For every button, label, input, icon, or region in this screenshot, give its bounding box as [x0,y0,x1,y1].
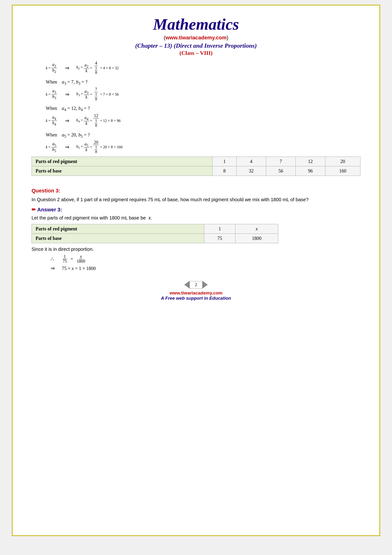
table1-d4: 96 [295,166,325,175]
eq-equals-2: = [90,92,92,97]
since-text: Since it is in direct proportion. [32,247,360,252]
equals-sign: = [71,256,73,262]
page-title: Mathematics [32,15,360,34]
b3-eq: b3 = [76,92,83,97]
table2-h2: x [235,224,278,234]
page-nav: 2 [184,281,208,289]
k-eq-label-2: k = [46,92,50,97]
eq-equals-3: = [90,119,92,123]
answer-3-intro: Let the parts of red pigment mix with 18… [32,215,360,221]
table2-h1: 1 [204,224,235,234]
proof-line-2: ⇒ 75 × x = 1 × 1800 [50,265,360,271]
table1-d2: 32 [236,166,266,175]
eq-equals-4: = [90,145,92,149]
b2-eq: b2 = [76,65,83,71]
footer-tagline: A Free web support in Education [32,296,360,301]
implies-arrow-2: ⇒ [65,91,69,97]
table1-h5: 20 [325,157,360,166]
next-page-arrow[interactable] [203,281,208,289]
eq-equals-1: = [90,66,92,70]
frac-12-1-8: 12 1 8 [93,114,99,128]
k-eq-label-3: k = [46,119,50,123]
header: Mathematics (www.tiwariacademy.com) (Cha… [32,15,360,56]
eq-result-3: = 12 × 8 = 96 [100,119,121,123]
frac-a5-b5: a5 b5 [51,142,57,153]
therefore-symbol: ∴ [50,256,54,262]
eq-block-1: k = a2 b2 ⇒ b2 = a2 k = 4 1 8 [46,61,360,75]
prev-page-arrow[interactable] [184,281,189,289]
question-3-text: In Question 2 above, if 1 part of a red … [32,196,360,203]
k-eq-label-4: k = [46,145,50,149]
table1-d1: 8 [213,166,236,175]
class-title: (Class – VIII) [32,50,360,56]
eq-block-3: k = a4 b4 ⇒ b4 = a4 k = 12 1 8 [46,114,360,128]
table1-row-label: Parts of base [32,166,213,175]
table2-d1: 75 [204,234,235,243]
page: Mathematics (www.tiwariacademy.com) (Cha… [12,5,380,536]
table1-h4: 12 [295,157,325,166]
question-3-section: Question 3: In Question 2 above, if 1 pa… [32,188,360,272]
implies-arrow-4: ⇒ [65,144,69,150]
proof-line-1: ∴ 1 75 = x 1800 [50,254,360,264]
when-line-3: When a5 = 20, b5 = ? [46,132,360,139]
implies-arrow-3: ⇒ [65,118,69,124]
table-1: Parts of red pigment 1 4 7 12 20 Parts o… [32,157,360,176]
eq-row-3: k = a4 b4 ⇒ b4 = a4 k = 12 1 8 [46,114,360,128]
eq-result-4: = 20 × 8 = 160 [100,145,122,149]
b5-eq: b5 = [76,145,83,150]
pencil-icon: ✏ [32,207,36,213]
k-eq-label: k = [46,66,50,70]
b4-eq: b4 = [76,118,83,123]
frac-a3-k: a3 k [84,89,89,100]
table2-header-label: Parts of red pigment [32,224,204,234]
frac-x-1800: x 1800 [76,254,86,264]
chapter-title: (Chapter – 13) (Direct and Inverse Propo… [32,42,360,49]
frac-a2-b2: a2 b2 [51,62,57,73]
table2-d2: 1800 [235,234,278,243]
eq-row-4: k = a5 b5 ⇒ b5 = a5 k = 20 1 8 [46,140,360,154]
eq-row-2: k = a3 b3 ⇒ b3 = a3 k = 7 1 8 [46,87,360,101]
proof-block: ∴ 1 75 = x 1800 ⇒ 75 × x = 1 × 1800 [50,254,360,272]
when-line-1: When a3 = 7, b3 = ? [46,79,360,86]
footer-website[interactable]: www.tiwariacademy.com [32,290,360,296]
website-url[interactable]: www.tiwariacademy.com [165,35,227,41]
answer-3-label: ✏ Answer 3: [32,207,360,213]
table1-h1: 1 [213,157,236,166]
frac-1-75: 1 75 [62,254,68,264]
frac-7-1-8: 7 1 8 [93,87,99,101]
frac-4-1-8: 4 1 8 [93,61,99,75]
frac-a5-k: a5 k [84,142,89,152]
page-number: 2 [189,281,203,289]
when-line-2: When a4 = 12, b4 = ? [46,106,360,112]
eq-result-1: = 4 × 8 = 32 [100,66,119,70]
frac-a2-k: a2 k [84,63,89,73]
question-3-label: Question 3: [32,188,360,194]
eq-row-1: k = a2 b2 ⇒ b2 = a2 k = 4 1 8 [46,61,360,75]
table2-row-label: Parts of base [32,234,204,243]
eq-block-2: k = a3 b3 ⇒ b3 = a3 k = 7 1 8 [46,87,360,101]
implies-arrow-1: ⇒ [65,65,69,71]
website-line: (www.tiwariacademy.com) [32,35,360,41]
table-2: Parts of red pigment 1 x Parts of base 7… [32,224,278,243]
page-number-box: 2 [32,281,360,289]
eq-result-2: = 7 × 8 = 56 [100,92,119,97]
table1-d5: 160 [325,166,360,175]
frac-20-1-8: 20 1 8 [93,140,99,154]
table1-h3: 7 [266,157,296,166]
frac-a3-b3: a3 b3 [51,89,57,100]
frac-a4-b4: a4 b4 [51,115,57,126]
table1-h2: 4 [236,157,266,166]
table1-header-label: Parts of red pigment [32,157,213,166]
eq-fraction-block: 1 75 = x 1800 [61,254,87,264]
eq-block-4: k = a5 b5 ⇒ b5 = a5 k = 20 1 8 [46,140,360,154]
implies-symbol: ⇒ [50,265,55,271]
footer: 2 www.tiwariacademy.com A Free web suppo… [32,281,360,301]
table1-d3: 56 [266,166,296,175]
eq-result-final: 75 × x = 1 × 1800 [62,266,96,271]
frac-a4-k: a4 k [84,116,89,126]
